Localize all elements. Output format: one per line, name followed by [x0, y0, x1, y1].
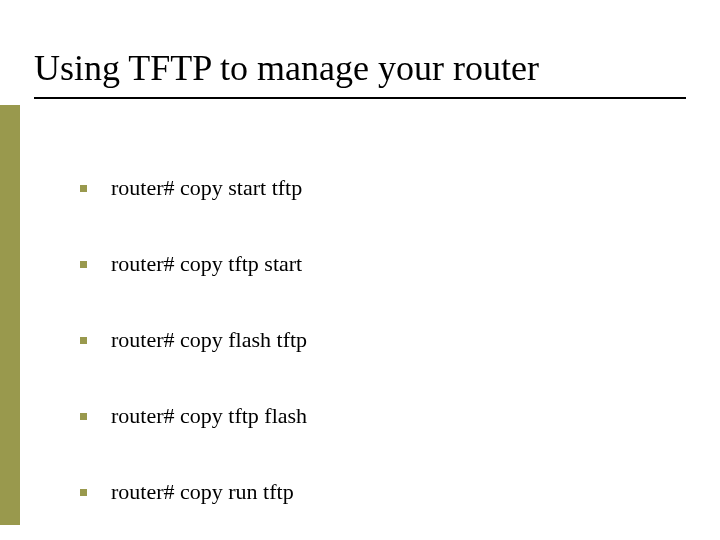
square-bullet-icon	[80, 261, 87, 268]
title-wrap: Using TFTP to manage your router	[34, 48, 686, 99]
bullet-text: router# copy run tftp	[111, 479, 294, 505]
square-bullet-icon	[80, 185, 87, 192]
list-item: router# copy tftp start	[80, 251, 660, 277]
bullet-text: router# copy start tftp	[111, 175, 302, 201]
slide-title: Using TFTP to manage your router	[34, 48, 686, 99]
list-item: router# copy flash tftp	[80, 327, 660, 353]
list-item: router# copy start tftp	[80, 175, 660, 201]
slide-container: Using TFTP to manage your router router#…	[0, 0, 720, 540]
list-item: router# copy tftp flash	[80, 403, 660, 429]
square-bullet-icon	[80, 489, 87, 496]
bullet-text: router# copy tftp flash	[111, 403, 307, 429]
square-bullet-icon	[80, 337, 87, 344]
square-bullet-icon	[80, 413, 87, 420]
bullet-text: router# copy tftp start	[111, 251, 302, 277]
slide-content: router# copy start tftp router# copy tft…	[80, 175, 660, 540]
bullet-text: router# copy flash tftp	[111, 327, 307, 353]
list-item: router# copy run tftp	[80, 479, 660, 505]
